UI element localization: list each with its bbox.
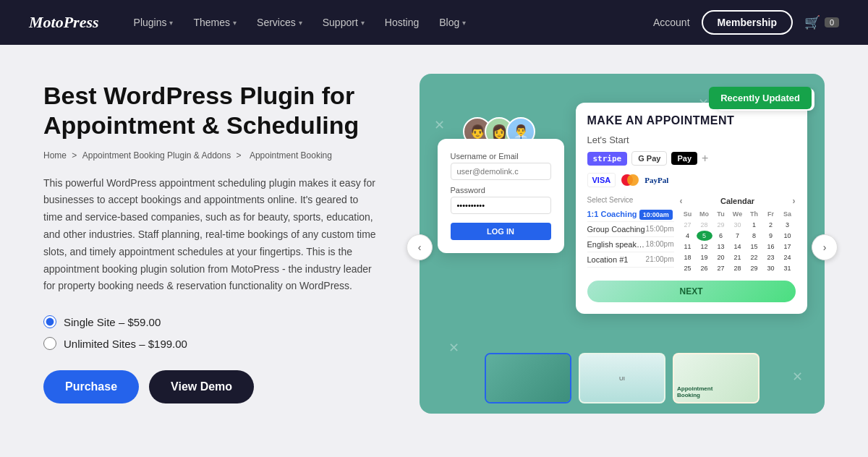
cal-day-16[interactable]: 16 xyxy=(763,242,779,252)
cal-day-9[interactable]: 9 xyxy=(763,231,779,241)
cal-day-28[interactable]: 28 xyxy=(730,263,746,273)
nav-item-hosting[interactable]: Hosting xyxy=(376,11,427,34)
cal-day-30p[interactable]: 30 xyxy=(730,220,746,230)
booking-title: MAKE AN APPOINTMENT xyxy=(587,114,735,127)
breadcrumb-parent[interactable]: Appointment Booking Plugin & Addons xyxy=(82,150,231,161)
cal-day-19[interactable]: 19 xyxy=(697,252,712,262)
mastercard-logo xyxy=(620,174,640,187)
paypal-logo: PayPal xyxy=(644,176,668,184)
cal-day-5-today[interactable]: 5 xyxy=(697,231,712,241)
cal-day-13[interactable]: 13 xyxy=(713,242,729,252)
lets-start: Let's Start xyxy=(587,134,796,145)
service-item-0[interactable]: 1:1 Coaching 10:00am xyxy=(587,207,674,222)
thumbnail-2[interactable]: UI xyxy=(579,353,665,403)
nav-item-services[interactable]: Services ▾ xyxy=(248,11,311,34)
cal-day-3[interactable]: 3 xyxy=(780,220,796,230)
cal-day-18[interactable]: 18 xyxy=(680,252,696,262)
card-logos: VISA PayPal xyxy=(587,173,796,187)
page-title: Best WordPress Plugin for Appointment & … xyxy=(43,81,376,140)
chevron-down-icon: ▾ xyxy=(233,19,237,27)
deco-x-4: ✕ xyxy=(792,369,803,385)
cal-day-29p[interactable]: 29 xyxy=(713,220,729,230)
pricing-single-site[interactable]: Single Site – $59.00 xyxy=(43,315,376,328)
booking-header: MAKE AN APPOINTMENT xyxy=(587,114,796,127)
cal-day-28p[interactable]: 28 xyxy=(697,220,712,230)
login-card: Username or Email Password LOG IN xyxy=(438,139,564,253)
service-item-2[interactable]: English speak… 18:00pm xyxy=(587,237,674,252)
cal-day-8[interactable]: 8 xyxy=(746,231,762,241)
chevron-down-icon: ▾ xyxy=(361,19,365,27)
calendar-prev[interactable]: ‹ xyxy=(680,196,683,206)
cal-header-tu: Tu xyxy=(713,209,729,219)
username-input[interactable] xyxy=(451,163,551,180)
cal-day-22[interactable]: 22 xyxy=(746,252,762,262)
cal-day-11[interactable]: 11 xyxy=(680,242,696,252)
cal-day-23[interactable]: 23 xyxy=(763,252,779,262)
password-input[interactable] xyxy=(451,197,551,214)
nav-item-blog[interactable]: Blog ▾ xyxy=(430,11,475,34)
service-booking: Select Service 1:1 Coaching 10:00am Grou… xyxy=(587,196,796,273)
account-link[interactable]: Account xyxy=(653,17,690,28)
purchase-button[interactable]: Purchase xyxy=(43,370,139,403)
gpay-badge: G Pay xyxy=(631,151,667,166)
cal-day-1[interactable]: 1 xyxy=(746,220,762,230)
service-item-1[interactable]: Group Coaching 15:00pm xyxy=(587,222,674,237)
cart-button[interactable]: 🛒 0 xyxy=(804,14,839,30)
cal-header-mo: Mo xyxy=(697,209,712,219)
cal-day-31[interactable]: 31 xyxy=(780,263,796,273)
next-button[interactable]: NEXT xyxy=(587,281,796,302)
cal-day-6[interactable]: 6 xyxy=(713,231,729,241)
pricing-unlimited[interactable]: Unlimited Sites – $199.00 xyxy=(43,337,376,350)
cal-header-fr: Fr xyxy=(763,209,779,219)
nav-item-support[interactable]: Support ▾ xyxy=(314,11,373,34)
cart-icon: 🛒 xyxy=(804,14,820,30)
login-button[interactable]: LOG IN xyxy=(451,223,551,240)
calendar-next[interactable]: › xyxy=(792,196,795,206)
cal-day-4[interactable]: 4 xyxy=(680,231,696,241)
view-demo-button[interactable]: View Demo xyxy=(149,370,254,403)
cal-day-30[interactable]: 30 xyxy=(763,263,779,273)
nav-right: Account Membership 🛒 0 xyxy=(653,10,839,35)
cal-day-24[interactable]: 24 xyxy=(780,252,796,262)
product-description: This powerful WordPress appointment sche… xyxy=(43,175,376,296)
logo[interactable]: MotoPress xyxy=(29,13,99,32)
navigation: MotoPress Plugins ▾ Themes ▾ Services ▾ … xyxy=(0,0,868,45)
cal-day-21[interactable]: 21 xyxy=(730,252,746,262)
right-column: ‹ Recently Updated ✕ ✕ ✕ ✕ ✕ 👨 👩 👨‍💼 Use… xyxy=(420,74,825,421)
thumbnail-row: UI AppointmentBooking xyxy=(482,353,762,403)
breadcrumb-current: Appointment Booking xyxy=(250,150,332,161)
cal-day-15[interactable]: 15 xyxy=(746,242,762,252)
cal-day-27p[interactable]: 27 xyxy=(680,220,696,230)
breadcrumb: Home > Appointment Booking Plugin & Addo… xyxy=(43,150,376,161)
chevron-down-icon: ▾ xyxy=(462,19,466,27)
carousel-next-button[interactable]: › xyxy=(812,234,838,260)
thumbnail-1[interactable] xyxy=(485,353,571,403)
service-item-3[interactable]: Location #1 21:00pm xyxy=(587,252,674,268)
cal-day-25[interactable]: 25 xyxy=(680,263,696,273)
cal-day-20[interactable]: 20 xyxy=(713,252,729,262)
thumbnail-3[interactable]: AppointmentBooking xyxy=(673,353,760,403)
cal-day-26[interactable]: 26 xyxy=(697,263,712,273)
cal-day-14[interactable]: 14 xyxy=(730,242,746,252)
chevron-down-icon: ▾ xyxy=(299,19,302,27)
membership-button[interactable]: Membership xyxy=(702,10,793,35)
cal-day-29[interactable]: 29 xyxy=(746,263,762,273)
carousel-prev-button[interactable]: ‹ xyxy=(407,234,433,260)
pricing-options: Single Site – $59.00 Unlimited Sites – $… xyxy=(43,315,376,350)
pricing-radio-unlimited[interactable] xyxy=(43,337,56,350)
cal-day-7[interactable]: 7 xyxy=(730,231,746,241)
pricing-radio-single[interactable] xyxy=(43,315,56,328)
pricing-label-unlimited: Unlimited Sites – $199.00 xyxy=(64,338,187,350)
nav-item-themes[interactable]: Themes ▾ xyxy=(184,11,245,34)
pricing-label-single: Single Site – $59.00 xyxy=(64,316,161,328)
cal-day-10[interactable]: 10 xyxy=(780,231,796,241)
cart-count: 0 xyxy=(825,17,839,27)
stripe-badge: stripe xyxy=(587,152,628,166)
cal-day-2[interactable]: 2 xyxy=(763,220,779,230)
cal-day-27[interactable]: 27 xyxy=(713,263,729,273)
nav-item-plugins[interactable]: Plugins ▾ xyxy=(125,11,182,34)
breadcrumb-home[interactable]: Home xyxy=(43,150,67,161)
cal-day-12[interactable]: 12 xyxy=(697,242,712,252)
nav-links: Plugins ▾ Themes ▾ Services ▾ Support ▾ … xyxy=(125,11,653,34)
cal-day-17[interactable]: 17 xyxy=(780,242,796,252)
